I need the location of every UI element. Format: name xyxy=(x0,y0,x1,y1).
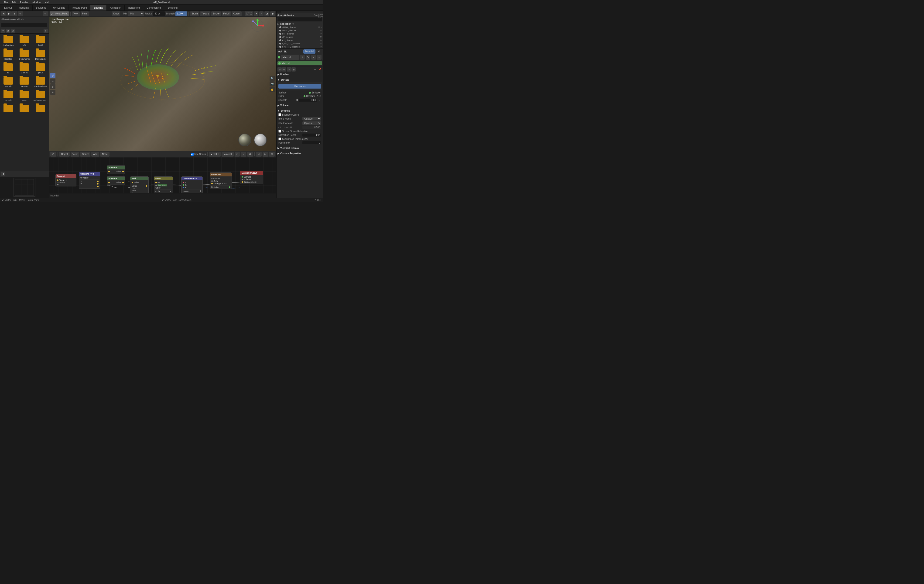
draw-tool-left[interactable]: 🖊 xyxy=(50,73,56,78)
node-add[interactable]: Add Value Value Clamp Value Value xyxy=(130,177,148,193)
ne-collapse-button[interactable]: ◁ xyxy=(256,152,262,157)
ne-delete-button[interactable]: ✕ xyxy=(241,152,246,157)
ne-expand-button[interactable]: ▷ xyxy=(262,152,268,157)
node-combine-rgb[interactable]: Combine RGB R G B Image xyxy=(181,177,203,193)
viewport-shading-3[interactable]: ◑ xyxy=(264,12,269,16)
average-tool[interactable]: ◈ xyxy=(50,84,56,89)
mat-icon-btn-2[interactable]: ◎ xyxy=(282,68,286,71)
stroke-dropdown-button[interactable]: Stroke xyxy=(211,12,221,16)
ssr-checkbox[interactable] xyxy=(279,130,281,133)
tab-modeling[interactable]: Modeling xyxy=(15,5,33,10)
collection-raf-itg[interactable]: r_AF_ITG_cleaned 👁 xyxy=(277,42,323,45)
folder-item[interactable]: github xyxy=(33,63,48,75)
ne-zoom-button[interactable]: ⊟ xyxy=(269,152,275,157)
tab-add[interactable]: + xyxy=(181,5,187,10)
sst-checkbox[interactable] xyxy=(279,137,281,140)
menu-window[interactable]: Window xyxy=(30,0,43,5)
strength-value-input[interactable] xyxy=(299,99,317,102)
folder-item[interactable]: Movies xyxy=(17,76,32,89)
tab-texture-paint[interactable]: Texture Paint xyxy=(69,5,91,10)
surface-header[interactable]: ▼ Surface xyxy=(277,78,322,82)
material-name-button[interactable]: Material xyxy=(281,55,299,59)
view-layer-button[interactable]: View Layer xyxy=(318,13,322,17)
slot-selector[interactable]: ●Slot 1 xyxy=(209,152,221,157)
blur-tool[interactable]: ◎ xyxy=(50,79,56,84)
material-list-item[interactable]: Material xyxy=(277,61,322,65)
texture-dropdown-button[interactable]: Texture xyxy=(200,12,210,16)
node-tangent[interactable]: Tangent Tangent UV Map ▾ xyxy=(56,174,76,186)
collection-fef[interactable]: FeF_cleaned 👁 xyxy=(277,32,323,35)
subsurface-translucency-check[interactable]: Subsurface Translucency xyxy=(277,137,322,141)
eye-icon-6[interactable]: 👁 xyxy=(320,46,322,48)
camera-button[interactable]: 📷 xyxy=(269,81,275,86)
clip-threshold-input[interactable] xyxy=(302,126,321,129)
viewport-shading-2[interactable]: ○ xyxy=(259,12,264,16)
viewport-shading-4[interactable]: ◉ xyxy=(270,12,275,16)
new-material-button[interactable]: + xyxy=(300,55,305,59)
eye-icon[interactable]: 👁 xyxy=(292,23,294,25)
eye-icon-4[interactable]: 👁 xyxy=(320,39,322,41)
radius-input[interactable] xyxy=(153,12,165,16)
nav-bookmark-button[interactable]: ☆ xyxy=(43,11,48,16)
folder-item[interactable]: nodeAbnorm... xyxy=(33,90,48,102)
node-invert[interactable]: Invert Fac Fac 1.000 Color Color xyxy=(154,177,173,193)
collection-pt[interactable]: PT_cleaned 👁 xyxy=(277,39,323,42)
tab-shading[interactable]: Shading xyxy=(91,5,106,10)
node-absolute-2[interactable]: Absolute Value xyxy=(107,177,125,185)
mat-edit-btn[interactable]: ✏ xyxy=(313,68,317,71)
draw-tool-button[interactable]: Draw xyxy=(112,12,120,16)
ne-add-button[interactable]: Add xyxy=(91,152,99,157)
node-emission[interactable]: Emission Emission Color Strength 1.000 E… xyxy=(210,172,232,189)
tab-sculpting[interactable]: Sculpting xyxy=(33,5,50,10)
view-sort-button[interactable]: ↕ xyxy=(44,29,48,33)
viewport-overlay-button[interactable]: X Y Z xyxy=(245,12,253,16)
view-button[interactable]: View xyxy=(72,12,80,16)
material-selector[interactable]: Material xyxy=(221,152,234,157)
menu-edit[interactable]: Edit xyxy=(10,0,18,5)
volume-header[interactable]: ▶ Volume xyxy=(277,104,322,107)
ne-node-button[interactable]: Node xyxy=(100,152,109,157)
ne-view-button[interactable]: View xyxy=(71,152,79,157)
toggle-panel-button[interactable]: ◀ xyxy=(1,172,5,176)
smear-tool[interactable]: ⌗ xyxy=(50,90,56,95)
collection-raf-its[interactable]: r_AF_ITS_cleaned 👁 xyxy=(277,45,323,48)
backface-culling-checkbox[interactable] xyxy=(279,113,281,116)
folder-item[interactable]: matlab xyxy=(1,76,16,89)
pass-index-input[interactable] xyxy=(302,141,321,144)
view-list-button[interactable]: ≡ xyxy=(1,29,5,33)
folder-item[interactable] xyxy=(17,104,32,114)
ne-options-button[interactable]: □ xyxy=(234,152,240,157)
eye-icon-2[interactable]: 👁 xyxy=(320,33,322,35)
eye-icon-5[interactable]: 👁 xyxy=(320,43,322,45)
view-filter-button[interactable]: ⊟ xyxy=(11,29,15,33)
ne-select-button[interactable]: Select xyxy=(80,152,91,157)
ne-object-button[interactable]: Object xyxy=(59,152,70,157)
node-canvas[interactable]: Tangent Tangent UV Map ▾ Separate XYZ Ve… xyxy=(49,157,276,193)
tab-scripting[interactable]: Scripting xyxy=(164,5,181,10)
blend-mode-select[interactable]: Opaque xyxy=(302,117,321,120)
nav-up-button[interactable]: ▲ xyxy=(12,11,17,16)
filter-icon-0[interactable]: ↓ xyxy=(321,26,322,28)
vertex-paint-mode-button[interactable]: 🖌 Vertex Paint xyxy=(50,12,69,16)
paint-button[interactable]: Paint xyxy=(81,12,89,16)
menu-help[interactable]: Help xyxy=(43,0,52,5)
node-absolute-1[interactable]: Absolute Value xyxy=(107,165,125,174)
collection-op[interactable]: oP_cleaned 👁 xyxy=(277,35,323,39)
folder-item[interactable]: mrtrix3 xyxy=(1,90,16,102)
folder-item[interactable]: Documents xyxy=(17,49,32,61)
mat-icon-btn-3[interactable]: ⬡ xyxy=(287,68,291,71)
backface-culling-check[interactable]: Backface Culling xyxy=(277,113,322,117)
eye-icon-1[interactable]: 👁 xyxy=(320,30,322,32)
search-input[interactable] xyxy=(2,23,47,27)
folder-item[interactable]: Music xyxy=(17,90,32,102)
hand-button[interactable]: ✋ xyxy=(269,87,275,92)
scene-selector-button[interactable]: Scene xyxy=(314,13,318,17)
material-tab[interactable]: Material xyxy=(304,49,315,54)
folder-item[interactable]: Applications xyxy=(1,35,16,47)
custom-properties-header[interactable]: ▶ Custom Properties xyxy=(277,152,322,155)
nav-forward-button[interactable]: ▶ xyxy=(7,11,12,16)
folder-item[interactable]: Downloads xyxy=(33,49,48,61)
collection-dpmc[interactable]: dPMC_cleaned 👁 xyxy=(277,29,323,32)
screen-space-refraction-check[interactable]: Screen Space Refraction xyxy=(277,129,322,133)
settings-icon[interactable]: ⚙ xyxy=(317,49,322,54)
